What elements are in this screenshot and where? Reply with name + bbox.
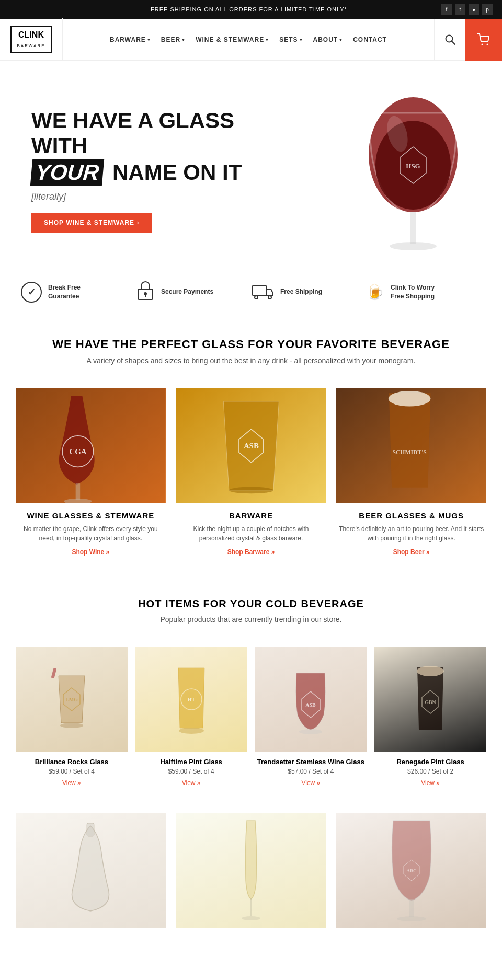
svg-text:HSG: HSG bbox=[406, 162, 420, 170]
product-brilliance-image: LMG bbox=[16, 647, 128, 752]
chevron-down-icon: ▾ bbox=[300, 37, 303, 42]
beer-mug-icon: 🍺 bbox=[366, 283, 384, 301]
product-halftime-image: HT bbox=[135, 647, 247, 752]
svg-text:ASB: ASB bbox=[306, 702, 316, 708]
logo-text: CLINK bbox=[18, 30, 44, 39]
product-grid: LMG Brilliance Rocks Glass $59.00 / Set … bbox=[0, 642, 502, 802]
svg-text:HT: HT bbox=[187, 697, 195, 702]
cart-button[interactable] bbox=[465, 19, 502, 61]
svg-point-44 bbox=[242, 916, 260, 920]
hero-shop-button[interactable]: SHOP WINE & STEMWARE › bbox=[31, 213, 152, 233]
svg-point-16 bbox=[268, 296, 271, 299]
feature-clink-title: Clink To Worry bbox=[391, 283, 435, 292]
product-halftime-link[interactable]: View » bbox=[135, 779, 247, 787]
feature-free-shipping: Free Shipping bbox=[251, 280, 366, 304]
logo-sub: BARWARE bbox=[17, 43, 45, 48]
product-renegade-price: $26.00 / Set of 2 bbox=[374, 768, 486, 775]
category-beer-link[interactable]: Shop Beer » bbox=[336, 548, 486, 556]
checkmark-icon: ✓ bbox=[21, 282, 42, 303]
svg-rect-43 bbox=[250, 898, 252, 916]
svg-rect-42 bbox=[87, 823, 94, 836]
category-wine-name: WINE GLASSES & STEMWARE bbox=[16, 511, 166, 520]
category-wine: CGA WINE GLASSES & STEMWARE No matter th… bbox=[16, 388, 166, 556]
product-trendsetter-price: $57.00 / Set of 4 bbox=[255, 768, 367, 775]
svg-point-30 bbox=[60, 723, 83, 728]
svg-rect-7 bbox=[410, 212, 416, 244]
logo[interactable]: CLINK BARWARE bbox=[10, 26, 51, 53]
nav-barware[interactable]: BARWARE ▾ bbox=[110, 36, 151, 43]
category-section-title: WE HAVE THE PERFECT GLASS FOR YOUR FAVOR… bbox=[21, 338, 481, 351]
logo-area: CLINK BARWARE bbox=[0, 18, 63, 61]
bottom-row: ABC bbox=[0, 802, 502, 949]
bottom-wine-image: ABC bbox=[336, 813, 486, 928]
hot-items-sub: Popular products that are currently tren… bbox=[21, 615, 481, 624]
product-trendsetter-name: Trendsetter Stemless Wine Glass bbox=[255, 758, 367, 766]
product-brilliance-price: $59.00 / Set of 4 bbox=[16, 768, 128, 775]
category-wine-link[interactable]: Shop Wine » bbox=[16, 548, 166, 556]
svg-point-3 bbox=[487, 43, 488, 45]
top-banner: FREE SHIPPING ON ALL ORDERS FOR A LIMITE… bbox=[0, 0, 502, 19]
chevron-down-icon: ▾ bbox=[339, 37, 343, 42]
category-barware: ASB BARWARE Kick the night up a couple o… bbox=[176, 388, 326, 556]
feature-secure-title: Secure Payments bbox=[161, 287, 213, 296]
category-wine-image: CGA bbox=[16, 388, 166, 503]
product-halftime-price: $59.00 / Set of 4 bbox=[135, 768, 247, 775]
nav-contact[interactable]: CONTACT bbox=[353, 36, 387, 43]
feature-break-free-sub: Guarantee bbox=[48, 292, 81, 301]
feature-secure-payments: Secure Payments bbox=[136, 280, 251, 304]
feature-break-free: ✓ Break Free Guarantee bbox=[21, 280, 136, 304]
feature-clink-sub: Free Shopping bbox=[391, 292, 435, 301]
feature-break-free-title: Break Free bbox=[48, 283, 81, 292]
nav-wine-stemware[interactable]: WINE & STEMWARE ▾ bbox=[196, 36, 269, 43]
category-wine-desc: No matter the grape, Clink offers every … bbox=[16, 524, 166, 543]
bottom-decanter bbox=[16, 813, 166, 928]
hero-image: HSG bbox=[251, 82, 471, 259]
category-barware-link[interactable]: Shop Barware » bbox=[176, 548, 326, 556]
svg-point-15 bbox=[255, 296, 258, 299]
nav-beer[interactable]: BEER ▾ bbox=[161, 36, 185, 43]
product-renegade-name: Renegade Pint Glass bbox=[374, 758, 486, 766]
bottom-champagne bbox=[176, 813, 326, 928]
facebook-icon[interactable]: f bbox=[441, 4, 452, 15]
chevron-down-icon: ▾ bbox=[147, 37, 151, 42]
svg-point-27 bbox=[389, 391, 431, 407]
twitter-icon[interactable]: t bbox=[455, 4, 465, 15]
category-grid: CGA WINE GLASSES & STEMWARE No matter th… bbox=[0, 388, 502, 571]
svg-rect-45 bbox=[409, 899, 414, 917]
product-halftime-pint: HT Halftime Pint Glass $59.00 / Set of 4… bbox=[135, 647, 247, 787]
product-trendsetter-image: ASB bbox=[255, 647, 367, 752]
svg-point-12 bbox=[144, 292, 147, 295]
chevron-down-icon: ▾ bbox=[182, 37, 185, 42]
svg-point-2 bbox=[482, 43, 483, 45]
product-trendsetter: ASB Trendsetter Stemless Wine Glass $57.… bbox=[255, 647, 367, 787]
nav-about[interactable]: ABOUT ▾ bbox=[313, 36, 343, 43]
chevron-down-icon: ▾ bbox=[266, 37, 269, 42]
svg-rect-29 bbox=[51, 668, 56, 679]
svg-point-36 bbox=[299, 729, 322, 734]
category-beer: SCHMIDT'S BEER GLASSES & MUGS There's de… bbox=[336, 388, 486, 556]
product-brilliance-rocks: LMG Brilliance Rocks Glass $59.00 / Set … bbox=[16, 647, 128, 787]
category-section: WE HAVE THE PERFECT GLASS FOR YOUR FAVOR… bbox=[0, 314, 502, 388]
svg-point-39 bbox=[417, 666, 444, 676]
product-renegade-link[interactable]: View » bbox=[374, 779, 486, 787]
svg-text:SCHMIDT'S: SCHMIDT'S bbox=[393, 449, 427, 456]
bottom-wine: ABC bbox=[336, 813, 486, 928]
product-renegade-pint: GBN Renegade Pint Glass $26.00 / Set of … bbox=[374, 647, 486, 787]
category-beer-desc: There's definitely an art to pouring bee… bbox=[336, 524, 486, 543]
instagram-icon[interactable]: ● bbox=[469, 4, 479, 15]
header: CLINK BARWARE BARWARE ▾ BEER ▾ WINE & ST… bbox=[0, 19, 502, 61]
pinterest-icon[interactable]: p bbox=[482, 4, 493, 15]
product-renegade-image: GBN bbox=[374, 647, 486, 752]
svg-rect-14 bbox=[252, 286, 267, 295]
hero-text: WE HAVE A GLASS WITH YOUR NAME ON IT [li… bbox=[31, 108, 251, 233]
product-brilliance-link[interactable]: View » bbox=[16, 779, 128, 787]
nav-sets[interactable]: SETS ▾ bbox=[279, 36, 302, 43]
svg-point-46 bbox=[397, 916, 426, 921]
svg-rect-18 bbox=[76, 483, 80, 500]
svg-text:GBN: GBN bbox=[425, 699, 436, 705]
cart-icon bbox=[477, 33, 490, 46]
search-button[interactable] bbox=[434, 19, 465, 61]
svg-point-33 bbox=[179, 728, 204, 734]
product-trendsetter-link[interactable]: View » bbox=[255, 779, 367, 787]
svg-point-23 bbox=[229, 487, 273, 494]
